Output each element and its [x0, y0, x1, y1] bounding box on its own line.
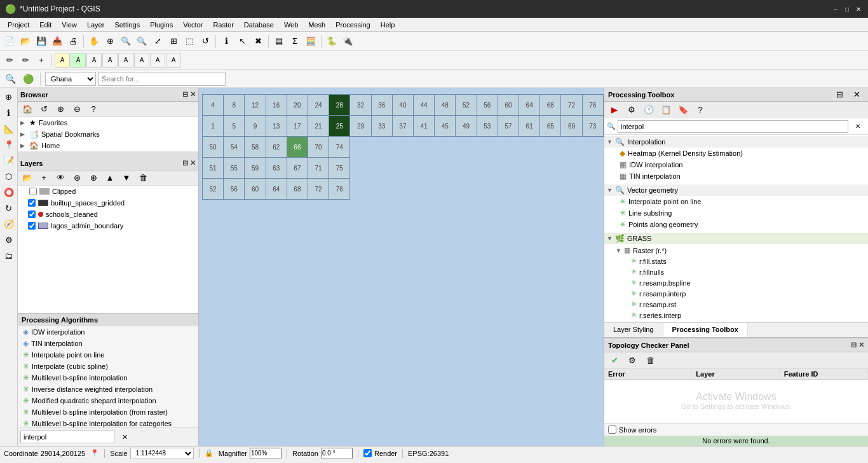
algo-idw2[interactable]: ✳ Inverse distance weighted interpolatio… [18, 384, 198, 395]
attribute-table-button[interactable]: ▤ [271, 34, 287, 49]
print-button[interactable]: 🖨 [65, 34, 81, 49]
label-c-button[interactable]: A [86, 53, 102, 68]
menu-processing[interactable]: Processing [330, 20, 375, 30]
label-h-button[interactable]: A [166, 53, 181, 68]
algo-search-clear-button[interactable]: ✕ [117, 429, 132, 445]
proc-close-button[interactable]: ✕ [849, 87, 864, 102]
ptree-item-heatmap[interactable]: ◆ Heatmap (Kernel Density Estimation) [604, 148, 868, 159]
select-polygon-button[interactable]: ⬡ [1, 169, 17, 184]
new-project-button[interactable]: 📄 [2, 34, 17, 49]
deselect-button[interactable]: ✖ [250, 34, 266, 49]
layer-item-builtup[interactable]: builtup_spaces_gridded [18, 197, 198, 209]
save-project-button[interactable]: 💾 [34, 34, 49, 49]
qgis-logo-button[interactable]: 🟢 [20, 71, 36, 86]
zoom-out-button[interactable]: 🔍 [134, 34, 149, 49]
open-project-button[interactable]: 📂 [18, 34, 33, 49]
identify-button[interactable]: ℹ [219, 34, 234, 49]
menu-web[interactable]: Web [279, 20, 303, 30]
ptree-group-vector-header[interactable]: ▼ 🔍 Vector geometry [604, 184, 868, 196]
tab-processing-toolbox[interactable]: Processing Toolbox [663, 323, 748, 337]
ptree-group-interpolation-header[interactable]: ▼ 🔍 Interpolation [604, 136, 868, 148]
ptree-item-rfill-stats[interactable]: ✳ r.fill.stats [613, 256, 868, 266]
browser-item-bookmarks[interactable]: ▶ 📑 Spatial Bookmarks [18, 128, 198, 140]
proc-bookmark-button[interactable]: 🔖 [675, 102, 691, 118]
rotation-input[interactable] [321, 448, 353, 459]
add-layer-button[interactable]: + [36, 170, 51, 186]
proc-run-button[interactable]: ▶ [607, 102, 622, 118]
zoom-full-button[interactable]: ⤢ [150, 34, 165, 49]
algo-mqs[interactable]: ✳ Modified quadratic shepard interpolati… [18, 395, 198, 406]
ptree-item-tin[interactable]: ▦ TIN interpolation [604, 170, 868, 182]
algo-cubic[interactable]: ✳ Interpolate (cubic spline) [18, 361, 198, 372]
algo-multilevel[interactable]: ✳ Multilevel b-spline interpolation [18, 372, 198, 384]
plugins-button[interactable]: 🔌 [340, 34, 355, 49]
ptree-item-idw[interactable]: ▦ IDW interpolation [604, 159, 868, 170]
browser-item-home[interactable]: ▶ 🏠 Home [18, 140, 198, 151]
ptree-item-rresamp-rst[interactable]: ✳ r.resamp.rst [613, 299, 868, 310]
filter-button[interactable]: ⚙ [1, 232, 17, 247]
algo-interp-point[interactable]: ✳ Interpolate point on line [18, 349, 198, 361]
scale-selector[interactable]: 1:1142448 [130, 448, 194, 459]
layer-props-button[interactable]: 🗂 [1, 248, 17, 263]
layer-visibility-button[interactable]: 👁 [53, 170, 68, 186]
algo-ml-raster[interactable]: ✳ Multilevel b-spline interpolation (fro… [18, 406, 198, 418]
label-d-button[interactable]: A [102, 53, 118, 68]
edit-button[interactable]: ✏ [18, 53, 33, 68]
proc-collapse-button[interactable]: ⊟ [832, 87, 847, 102]
layer-expand-button[interactable]: ⊕ [86, 170, 101, 186]
layer-item-lagos[interactable]: lagos_admin_boundary [18, 220, 198, 232]
search-input[interactable] [98, 72, 226, 86]
python-button[interactable]: 🐍 [324, 34, 339, 49]
add-feature-button[interactable]: + [34, 53, 49, 68]
browser-collapse-button[interactable]: ⊟ [182, 90, 188, 99]
topo-clear-button[interactable]: 🗑 [642, 353, 658, 368]
menu-settings[interactable]: Settings [109, 20, 145, 30]
ptree-item-rfillnulls[interactable]: ✳ r.fillnulls [613, 266, 868, 277]
layer-filter-button[interactable]: ⊛ [69, 170, 85, 186]
statistics-button[interactable]: Σ [287, 34, 302, 49]
move-down-button[interactable]: ▼ [119, 170, 134, 186]
layer-checkbox-schools[interactable] [28, 211, 36, 218]
proc-search-clear-button[interactable]: ✕ [850, 119, 865, 134]
label-b-button[interactable]: A [71, 53, 86, 68]
ptree-group-grass-header[interactable]: ▼ 🌿 GRASS [604, 233, 868, 244]
ptree-item-interpol-point[interactable]: ✳ Interpolate point on line [604, 196, 868, 207]
pan-map-button[interactable]: ⊕ [102, 34, 118, 49]
buffer-button[interactable]: ⭕ [1, 184, 17, 200]
proc-history-button[interactable]: 🕐 [641, 102, 656, 118]
layer-checkbox-builtup[interactable] [28, 199, 36, 207]
map-canvas[interactable]: 4 8 12 16 20 24 28 32 36 40 44 48 52 56 … [199, 88, 604, 446]
ptree-item-rseries-interp[interactable]: ✳ r.series.interp [613, 310, 868, 321]
zoom-in-button[interactable]: 🔍 [118, 34, 133, 49]
touch-zoom-button[interactable]: ⊕ [1, 89, 17, 104]
menu-project[interactable]: Project [3, 20, 34, 30]
open-layer-button[interactable]: 📂 [20, 170, 35, 186]
menu-help[interactable]: Help [376, 20, 400, 30]
layer-checkbox-lagos[interactable] [28, 222, 36, 230]
browser-scrollbar[interactable] [18, 151, 198, 156]
menu-edit[interactable]: Edit [34, 20, 57, 30]
menu-raster[interactable]: Raster [208, 20, 238, 30]
browser-filter-button[interactable]: ⊛ [53, 102, 68, 117]
proc-settings-button[interactable]: ⚙ [624, 102, 639, 118]
digitize-button[interactable]: ✏ [2, 53, 17, 68]
location-selector[interactable]: Ghana [45, 72, 96, 86]
menu-database[interactable]: Database [239, 20, 279, 30]
calculator-button[interactable]: 🧮 [303, 34, 318, 49]
locator-icon-button[interactable]: 🔍 [3, 71, 18, 86]
measure-button[interactable]: 📐 [1, 121, 17, 136]
label-f-button[interactable]: A [134, 53, 149, 68]
refresh-button[interactable]: ↺ [198, 34, 213, 49]
annotation-button[interactable]: 📝 [1, 153, 17, 168]
proc-results-button[interactable]: 📋 [658, 102, 674, 118]
menu-view[interactable]: View [57, 20, 82, 30]
proc-help-button[interactable]: ? [693, 102, 708, 118]
algo-idw[interactable]: ◈ IDW interpolation [18, 326, 198, 338]
render-checkbox[interactable] [363, 449, 372, 457]
menu-mesh[interactable]: Mesh [303, 20, 330, 30]
layer-item-schools[interactable]: schools_cleaned [18, 209, 198, 220]
topo-close-button[interactable]: ✕ [858, 341, 864, 349]
algo-ml-cats[interactable]: ✳ Multilevel b-spline interpolation for … [18, 418, 198, 427]
ptree-item-rresamp-interp[interactable]: ✳ r.resamp.interp [613, 288, 868, 299]
proc-search-input[interactable] [618, 120, 848, 133]
